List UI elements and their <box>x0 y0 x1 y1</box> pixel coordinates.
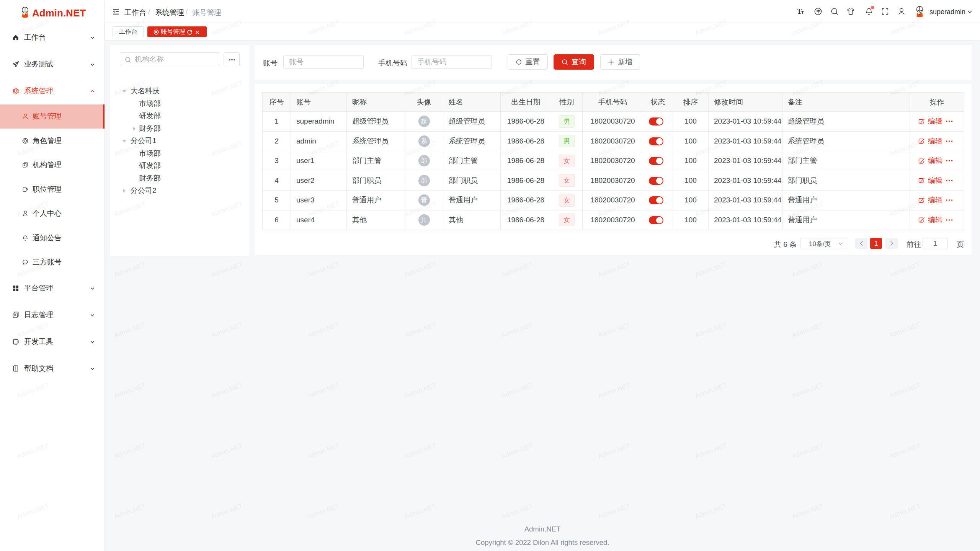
svg-text:中: 中 <box>816 9 820 14</box>
svg-text:T: T <box>801 10 804 15</box>
